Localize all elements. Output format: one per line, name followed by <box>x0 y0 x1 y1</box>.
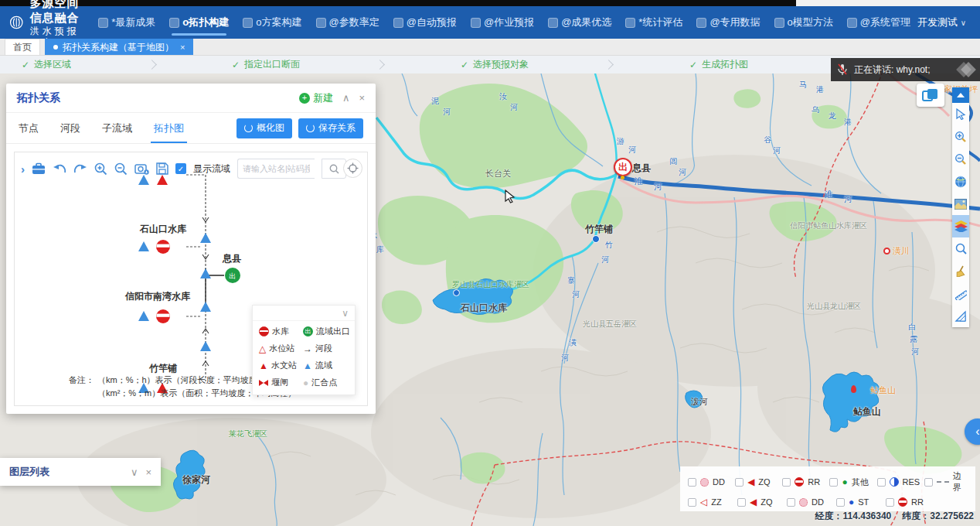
zoom-in-icon <box>954 131 967 143</box>
zoom-out-icon <box>954 153 967 166</box>
tab-topology-graph[interactable]: 拓扑图 <box>154 113 184 143</box>
basin-symbol[interactable] <box>200 268 211 278</box>
basin-symbol[interactable] <box>200 341 211 351</box>
redo-button[interactable] <box>73 163 87 174</box>
watermark-diamonds <box>958 64 974 75</box>
nav-item-参数率定[interactable]: @参数率定 <box>309 6 386 39</box>
legend-toggle-label: ST <box>858 497 869 507</box>
legend-toggle-ZZ[interactable]: ◁ZZ <box>688 497 737 507</box>
tab-bar: 首页 拓扑关系构建（基于地图） × <box>0 39 980 56</box>
legend-toggle-DD[interactable]: DD <box>787 497 836 507</box>
nav-item-成果优选[interactable]: @成果优选 <box>541 6 618 39</box>
outlet-symbol[interactable]: 出 <box>225 268 240 283</box>
legend-toggle-ST[interactable]: ●ST <box>836 497 886 507</box>
clear-tool[interactable] <box>952 260 969 282</box>
step-3[interactable]: ✓选择预报对象 <box>461 58 529 71</box>
step-4[interactable]: ✓生成拓扑图 <box>689 58 748 71</box>
tab-close-icon[interactable]: × <box>180 43 185 52</box>
legend-toggle-label: 边界 <box>953 470 968 494</box>
imagery-icon <box>954 199 967 210</box>
tab-topology-map[interactable]: 拓扑关系构建（基于地图） × <box>45 39 193 55</box>
station-dot-shishankou[interactable] <box>453 289 460 296</box>
tab-subbasins[interactable]: 子流域 <box>102 113 132 143</box>
mouse-cursor <box>504 190 516 203</box>
close-icon[interactable]: × <box>145 466 151 478</box>
legend-collapse[interactable]: ∨ <box>253 306 355 321</box>
collapse-icon[interactable]: ∨ <box>131 466 138 478</box>
nav-item-icon <box>625 18 635 28</box>
set-square-icon <box>954 310 967 323</box>
layers-tool[interactable] <box>952 215 969 237</box>
save-diagram-button[interactable] <box>156 162 168 175</box>
basin-symbol[interactable] <box>138 311 149 321</box>
close-icon[interactable]: × <box>359 92 365 104</box>
nav-item-label: @参数率定 <box>329 15 379 29</box>
station-pin-nianyushan[interactable] <box>851 385 856 393</box>
check-icon: ✓ <box>232 60 240 70</box>
export-image-button[interactable] <box>134 162 149 175</box>
zoom-out-tool[interactable] <box>952 148 969 170</box>
nav-item-模型方法[interactable]: o模型方法 <box>767 6 840 39</box>
nav-item-自动预报[interactable]: @自动预报 <box>386 6 464 39</box>
checkbox-unchecked <box>886 498 894 507</box>
checkbox-unchecked <box>737 498 746 507</box>
station-ring-huangchuan[interactable] <box>883 248 890 254</box>
node-label: 竹竿铺 <box>148 363 177 374</box>
legend-toggle-ZQ[interactable]: ◀ZQ <box>737 497 787 507</box>
globe-view-tool[interactable] <box>952 170 969 193</box>
expand-chevron-icon[interactable]: › <box>21 162 25 176</box>
step-1[interactable]: ✓选择区域 <box>22 58 71 71</box>
nav-item-专用数据[interactable]: @专用数据 <box>689 6 767 39</box>
step-label: 选择预报对象 <box>473 58 529 71</box>
basin-symbol[interactable] <box>138 241 149 251</box>
basin-symbol[interactable] <box>200 302 211 312</box>
toolbox-button[interactable] <box>32 162 46 175</box>
undo-button[interactable] <box>53 163 66 174</box>
show-basin-checkbox[interactable]: ✓ <box>175 163 186 174</box>
legend-toggle-边界[interactable]: 边界 <box>924 470 968 494</box>
nav-item-最新成果[interactable]: *最新成果 <box>91 6 162 39</box>
tab-nodes[interactable]: 节点 <box>19 113 39 143</box>
basemap-switch-button[interactable] <box>917 84 944 107</box>
measure-area-tool[interactable] <box>952 305 969 327</box>
new-button[interactable]: + 新建 <box>299 91 333 105</box>
fit-view-button[interactable] <box>343 159 362 178</box>
user-env-dropdown[interactable]: 开发测试 ∨ <box>917 15 980 29</box>
legend-toggle-RR[interactable]: RR <box>886 497 924 507</box>
lat-label: 纬度： <box>902 511 930 521</box>
station-dot-zhuganpu[interactable] <box>592 235 600 243</box>
zoom-out-button[interactable] <box>114 162 128 176</box>
tab-home[interactable]: 首页 <box>5 39 40 55</box>
reservoir-symbol[interactable] <box>156 309 170 323</box>
legend-toggle-RR[interactable]: RR <box>782 477 829 487</box>
topology-canvas[interactable]: 石山口水库 息县 出 信阳市南湾水库 竹竿铺 › <box>14 152 368 406</box>
nav-item-系统管理[interactable]: @系统管理 <box>840 6 917 39</box>
tools-collapse-button[interactable] <box>952 87 969 103</box>
legend-toggle-RES[interactable]: RES <box>877 477 924 487</box>
search-tool[interactable] <box>952 237 969 260</box>
nav-item-统计评估[interactable]: *统计评估 <box>618 6 689 39</box>
basin-outlet-pin[interactable]: 出 <box>614 158 632 176</box>
generalize-button[interactable]: 概化图 <box>236 118 292 138</box>
legend-toggle-ZQ[interactable]: ◀ZQ <box>735 477 782 487</box>
tab-reaches[interactable]: 河段 <box>60 113 80 143</box>
legend-toggle-DD[interactable]: DD <box>688 477 735 487</box>
collapse-icon[interactable]: ∧ <box>342 92 350 104</box>
station-search-input[interactable] <box>237 159 315 179</box>
legend-toggle-其他[interactable]: ●其他 <box>829 476 876 488</box>
pointer-tool[interactable] <box>952 103 969 125</box>
satellite-basemap-tool[interactable] <box>952 193 969 215</box>
nav-item-作业预报[interactable]: @作业预报 <box>464 6 541 39</box>
measure-distance-tool[interactable] <box>952 282 969 305</box>
basin-symbol[interactable] <box>200 233 211 243</box>
weir-gate-icon <box>259 380 268 386</box>
step-2[interactable]: ✓指定出口断面 <box>232 58 300 71</box>
zoom-in-button[interactable] <box>94 162 107 176</box>
nav-item-方案构建[interactable]: o方案构建 <box>236 6 308 39</box>
nav-item-拓扑构建[interactable]: o拓扑构建 <box>162 6 236 39</box>
zoom-in-tool[interactable] <box>952 125 969 148</box>
nav-item-icon <box>169 18 179 28</box>
camera-export-icon <box>134 162 149 175</box>
reservoir-symbol[interactable] <box>156 240 170 254</box>
save-relation-button[interactable]: 保存关系 <box>298 118 363 138</box>
